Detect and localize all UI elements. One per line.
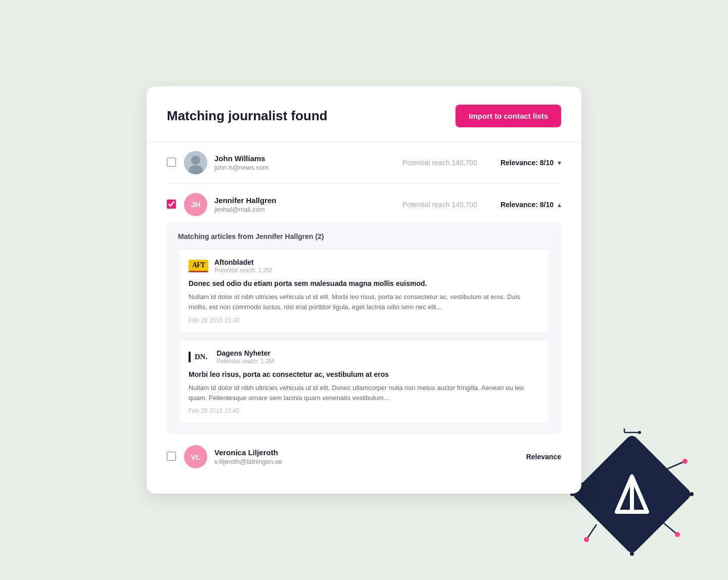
svg-point-24 (630, 552, 634, 556)
relevance-wrap: Relevance: 8/10 ▾ (500, 159, 561, 167)
relevance-text: Relevance: 8/10 (500, 201, 554, 209)
journalist-info: Jennifer Hallgren jenhal@mail.com (214, 196, 395, 213)
source-info: Aftonbladet Potential reach: 1.2M (214, 258, 271, 274)
chevron-up-icon[interactable]: ▴ (558, 201, 561, 209)
svg-point-9 (675, 532, 680, 537)
source-info: Dagens Nyheter Potential reach: 1.2M (216, 349, 274, 365)
ai-chip-decoration (566, 428, 698, 560)
source-name: Dagens Nyheter (216, 349, 274, 357)
journalist-email: john.h@news.com (214, 164, 395, 171)
avatar-initials: JH (191, 200, 200, 209)
journalist-checkbox[interactable] (167, 200, 176, 209)
svg-point-7 (584, 537, 589, 542)
card-header: Matching journalist found Import to cont… (167, 105, 561, 127)
journalist-checkbox-wrap[interactable] (167, 158, 177, 168)
svg-line-6 (586, 524, 597, 540)
svg-point-23 (690, 492, 694, 496)
articles-section: Matching articles from Jennifer Hallgren… (167, 222, 561, 434)
article-date: Feb 28 2018 15:42 (189, 407, 539, 414)
avatar (184, 151, 207, 174)
svg-point-14 (629, 447, 634, 452)
svg-point-5 (638, 431, 641, 434)
article-source-row: AFT Aftonbladet Potential reach: 1.2M (189, 258, 539, 274)
journalist-name: Veronica Liljeroth (214, 448, 496, 457)
relevance-wrap: Relevance (526, 453, 561, 461)
svg-point-11 (682, 459, 688, 464)
article-headline: Donec sed odio du etiam porta sem malesu… (189, 279, 539, 289)
relevance-wrap: Relevance: 8/10 ▴ (500, 201, 561, 209)
relevance-text: Relevance (526, 453, 561, 461)
journalist-name: Jennifer Hallgren (214, 196, 395, 205)
journalists-list: John Williams john.h@news.com Potential … (167, 142, 561, 478)
article-source-row: DN. Dagens Nyheter Potential reach: 1.2M (189, 349, 539, 365)
source-reach: Potential reach: 1.2M (216, 358, 274, 365)
avatar: JH (184, 193, 207, 216)
journalist-email: v.liljeroth@tidningen.se (214, 458, 496, 465)
chevron-down-icon[interactable]: ▾ (558, 159, 561, 167)
source-logo-aftonbladet: AFT (189, 260, 208, 272)
journalist-name: John Williams (214, 154, 395, 163)
journalist-info: Veronica Liljeroth v.liljeroth@tidningen… (214, 448, 496, 465)
article-date: Feb 28 2018 15:42 (189, 317, 539, 324)
page-title: Matching journalist found (167, 108, 328, 124)
journalist-checkbox[interactable] (167, 452, 176, 461)
articles-section-title: Matching articles from Jennifer Hallgren… (178, 232, 550, 240)
main-card: Matching journalist found Import to cont… (147, 86, 581, 494)
article-card: DN. Dagens Nyheter Potential reach: 1.2M… (178, 340, 550, 424)
svg-line-8 (662, 522, 677, 535)
svg-rect-0 (571, 433, 693, 555)
svg-point-16 (629, 536, 634, 541)
svg-point-17 (585, 492, 590, 497)
journalist-checkbox[interactable] (167, 158, 176, 167)
journalist-row: JH Jennifer Hallgren jenhal@mail.com Pot… (167, 184, 561, 222)
reach-label: Potential reach 140,700 (402, 159, 477, 167)
journalist-row: John Williams john.h@news.com Potential … (167, 142, 561, 184)
svg-point-22 (630, 437, 634, 441)
journalist-checkbox-wrap[interactable] (167, 200, 177, 210)
svg-line-10 (667, 461, 685, 469)
svg-marker-1 (617, 476, 647, 512)
journalist-email: jenhal@mail.com (214, 206, 395, 213)
svg-point-15 (674, 492, 679, 497)
journalist-checkbox-wrap[interactable] (167, 452, 177, 462)
import-button[interactable]: Import to contact lists (456, 105, 561, 127)
source-reach: Potential reach: 1.2M (214, 267, 271, 274)
svg-point-27 (191, 156, 200, 165)
avatar-initials: VL (191, 453, 200, 461)
article-headline: Morbi leo risus, porta ac consectetur ac… (189, 370, 539, 380)
relevance-text: Relevance: 8/10 (500, 159, 554, 167)
avatar: VL (184, 445, 207, 468)
article-body: Nullam id dolor id nibh ultricies vehicu… (189, 292, 539, 312)
source-logo-dn: DN. (189, 352, 210, 362)
reach-label: Potential reach 140,700 (402, 201, 477, 209)
article-body: Nullam id dolor id nibh ultricies vehicu… (189, 383, 539, 403)
article-card: AFT Aftonbladet Potential reach: 1.2M Do… (178, 249, 550, 333)
journalist-info: John Williams john.h@news.com (214, 154, 395, 171)
journalist-row: VL Veronica Liljeroth v.liljeroth@tidnin… (167, 436, 561, 477)
source-name: Aftonbladet (214, 258, 271, 266)
